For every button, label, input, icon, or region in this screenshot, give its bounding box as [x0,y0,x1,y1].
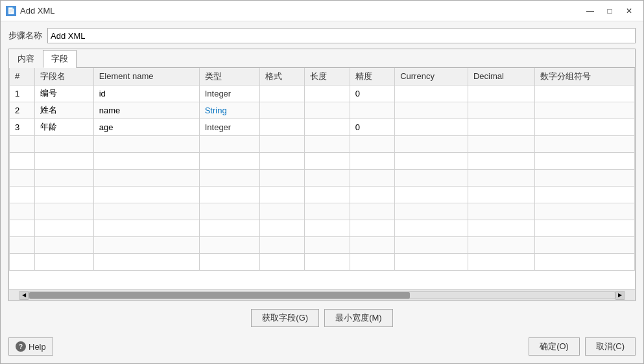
table-row[interactable]: 3 年龄 age Integer 0 [10,119,635,135]
cell-grouping [535,119,635,135]
bottom-row: ? Help 确定(O) 取消(C) [8,335,636,357]
cell-grouping [535,85,635,102]
maximize-button[interactable]: □ [601,3,619,19]
cell-num: 1 [10,85,35,102]
cell-num: 3 [10,119,35,135]
cell-format [259,85,305,102]
cell-format [259,102,305,119]
scroll-right-arrow[interactable]: ▶ [615,291,625,300]
step-name-row: 步骤名称 [8,28,636,43]
cell-element-name: id [93,85,199,102]
table-row-empty [10,169,635,186]
cell-length [305,119,350,135]
table-header-row: # 字段名 Element name 类型 格式 长度 精度 Currency … [10,68,635,85]
scroll-track[interactable] [29,291,615,299]
cell-num: 2 [10,102,35,119]
table-row-empty [10,152,635,169]
window-icon: 📄 [6,6,16,16]
title-bar: 📄 Add XML — □ ✕ [1,1,643,21]
confirm-button[interactable]: 确定(O) [529,337,580,356]
table-wrapper[interactable]: # 字段名 Element name 类型 格式 长度 精度 Currency … [9,68,635,289]
table-row-empty [10,203,635,220]
cell-decimal [468,119,534,135]
table-row-empty [10,253,635,270]
col-currency: Currency [395,68,468,85]
get-fields-button[interactable]: 获取字段(G) [251,309,319,327]
col-type: 类型 [199,68,259,85]
help-icon: ? [16,341,26,352]
fields-table: # 字段名 Element name 类型 格式 长度 精度 Currency … [9,68,635,271]
help-label: Help [29,342,46,352]
tab-header: 内容 字段 [9,49,635,68]
cell-element-name: age [93,119,199,135]
cell-precision [350,102,395,119]
tab-content[interactable]: 内容 [9,50,43,68]
cell-element-name: name [93,102,199,119]
cell-currency [395,119,468,135]
cell-decimal [468,102,534,119]
cell-precision: 0 [350,119,395,135]
help-button[interactable]: ? Help [8,337,53,356]
table-row[interactable]: 1 编号 id Integer 0 [10,85,635,102]
cell-currency [395,85,468,102]
window-title: Add XML [20,6,54,16]
step-name-label: 步骤名称 [8,30,42,41]
table-row-empty [10,236,635,253]
min-width-button[interactable]: 最小宽度(M) [324,309,393,327]
title-bar-controls: — □ ✕ [581,3,638,19]
footer-buttons: 获取字段(G) 最小宽度(M) [8,306,636,330]
cell-decimal [468,85,534,102]
cell-length [305,102,350,119]
col-precision: 精度 [350,68,395,85]
cell-currency [395,102,468,119]
table-row-empty [10,220,635,236]
col-grouping: 数字分组符号 [535,68,635,85]
col-field-name: 字段名 [35,68,94,85]
col-decimal: Decimal [468,68,534,85]
col-length: 长度 [305,68,350,85]
col-element-name: Element name [93,68,199,85]
scroll-thumb[interactable] [29,292,410,299]
cell-type: Integer [199,85,259,102]
tab-fields[interactable]: 字段 [43,50,77,68]
horizontal-scrollbar[interactable]: ◀ ▶ [9,289,635,301]
step-name-input[interactable] [47,28,636,43]
cell-field-name: 年龄 [35,119,94,135]
window-body: 步骤名称 内容 字段 # 字段名 [1,21,643,363]
tabs-container: 内容 字段 # 字段名 Element name 类型 [8,49,636,301]
minimize-button[interactable]: — [581,3,599,19]
tab-fields-content: # 字段名 Element name 类型 格式 长度 精度 Currency … [9,68,635,301]
col-format: 格式 [259,68,305,85]
cell-length [305,85,350,102]
cell-precision: 0 [350,85,395,102]
close-button[interactable]: ✕ [620,3,638,19]
cancel-button[interactable]: 取消(C) [585,337,636,356]
table-row-empty [10,135,635,152]
confirm-cancel-group: 确定(O) 取消(C) [529,337,636,356]
table-row[interactable]: 2 姓名 name String [10,102,635,119]
main-window: 📄 Add XML — □ ✕ 步骤名称 内容 字段 [0,0,644,364]
cell-grouping [535,102,635,119]
cell-field-name: 编号 [35,85,94,102]
cell-type: Integer [199,119,259,135]
cell-type: String [199,102,259,119]
cell-format [259,119,305,135]
col-num: # [10,68,35,85]
cell-field-name: 姓名 [35,102,94,119]
table-row-empty [10,186,635,203]
scroll-left-arrow[interactable]: ◀ [19,291,29,300]
title-bar-left: 📄 Add XML [6,6,54,16]
